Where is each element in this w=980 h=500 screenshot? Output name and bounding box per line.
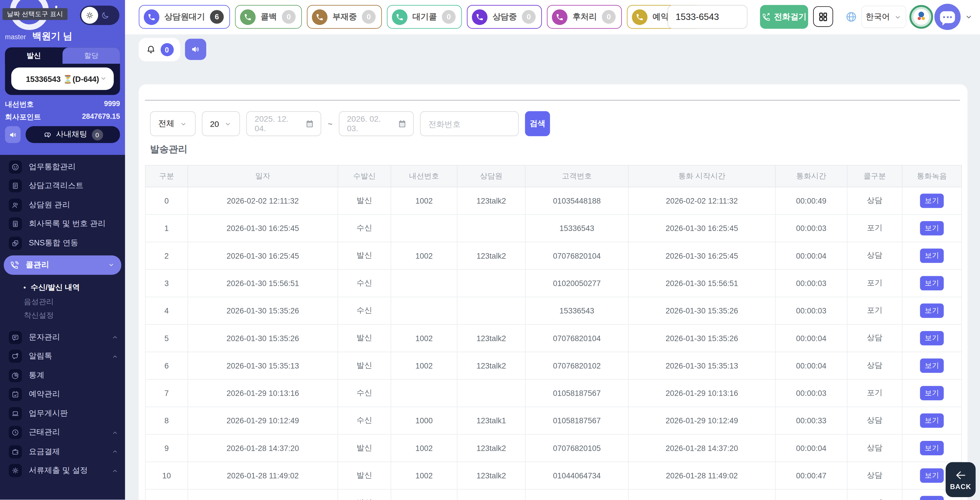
sidebar-speaker-button[interactable] <box>5 126 21 143</box>
view-recording-button[interactable]: 보기 <box>920 359 943 373</box>
column-header: 일자 <box>188 165 338 187</box>
moon-icon[interactable] <box>101 11 110 20</box>
sidebar-item-12[interactable]: 요금결제 <box>0 442 125 461</box>
account-chevron-icon[interactable] <box>964 13 973 21</box>
status-count-badge: 0 <box>362 10 376 24</box>
table-cell: 포기 <box>847 489 902 500</box>
tab-outbound[interactable]: 발신 <box>5 48 62 64</box>
view-recording-button[interactable]: 보기 <box>920 194 943 208</box>
chat-person-icon <box>9 350 22 363</box>
sidebar-item-label: 회사목록 및 번호 관리 <box>29 219 119 230</box>
view-recording-button[interactable]: 보기 <box>920 249 943 263</box>
table-cell: 1002 <box>391 242 457 269</box>
table-cell: 1000 <box>391 407 457 434</box>
table-cell <box>391 270 457 297</box>
table-cell: 00:00:03 <box>775 297 847 324</box>
sidebar-item-0[interactable]: 업무통합관리 <box>0 157 125 176</box>
divider <box>145 100 960 101</box>
sidebar-item-1[interactable]: 상담고객리스트 <box>0 176 125 195</box>
table-cell: 발신 <box>338 352 391 379</box>
line-select[interactable]: 15336543 ⏳(D-644) <box>11 67 114 90</box>
view-recording-button[interactable]: 보기 <box>920 276 943 290</box>
sidebar-item-9[interactable]: 예약관리 <box>0 385 125 404</box>
date-to-input[interactable]: 2026. 02. 03. <box>339 111 414 137</box>
sun-icon[interactable] <box>81 7 98 24</box>
view-recording-button[interactable]: 보기 <box>920 468 943 483</box>
phone-icon <box>144 9 159 24</box>
table-cell: 2026-01-30 16:25:45 <box>188 214 338 242</box>
user-avatar[interactable] <box>934 4 961 30</box>
notification-button[interactable]: 0 <box>139 38 180 61</box>
company-chat-button[interactable]: 사내채팅 0 <box>26 126 120 143</box>
column-header: 내선번호 <box>391 165 457 187</box>
sidebar-item-10[interactable]: 업무게시판 <box>0 404 125 423</box>
table-cell: 01020050277 <box>525 270 628 297</box>
table-cell: 발신 <box>338 434 391 462</box>
type-select[interactable]: 전체 <box>150 111 196 137</box>
phone-icon <box>240 9 256 24</box>
table-row: 82026-01-29 10:12:49수신1000123talk1010581… <box>145 407 962 434</box>
status-button-5[interactable]: 후처리0 <box>547 5 622 29</box>
sidebar-item-label: 서류제출 및 설정 <box>29 465 105 476</box>
gear-icon <box>9 464 22 477</box>
sidebar-item-5-active[interactable]: 콜관리 <box>4 255 121 275</box>
table-cell <box>457 379 525 407</box>
table-cell: 11 <box>145 489 188 500</box>
sidebar-subitem-0[interactable]: 수신/발신 내역 <box>0 281 125 295</box>
table-cell: 2026-01-30 16:25:45 <box>628 214 775 242</box>
back-button[interactable]: BACK <box>946 462 976 497</box>
sidebar-item-label: 콜관리 <box>26 260 101 270</box>
view-recording-button[interactable]: 보기 <box>920 386 943 400</box>
table-cell: 2026-01-28 11:49:02 <box>628 462 775 489</box>
sidebar-item-11[interactable]: 근태관리 <box>0 423 125 442</box>
table-cell: 보기 <box>902 434 961 462</box>
sidebar-item-13[interactable]: 서류제출 및 설정 <box>0 461 125 480</box>
calendar-icon[interactable] <box>305 119 315 128</box>
view-recording-button[interactable]: 보기 <box>920 221 943 236</box>
table-cell: 1002 <box>391 434 457 462</box>
doc-arrow-icon <box>9 217 22 230</box>
status-button-2[interactable]: 부재중0 <box>307 5 382 29</box>
sidebar-item-8[interactable]: 통계 <box>0 366 125 385</box>
sidebar-item-2[interactable]: 상담원 관리 <box>0 195 125 214</box>
language-select[interactable]: 한국어 <box>861 5 906 28</box>
page-size-select[interactable]: 20 <box>202 111 240 137</box>
chevron-up-icon <box>111 467 119 475</box>
table-cell: 15336543 <box>525 297 628 324</box>
view-recording-button[interactable]: 보기 <box>920 413 943 428</box>
status-button-0[interactable]: 상담원대기6 <box>139 5 230 29</box>
table-cell: 8 <box>145 407 188 434</box>
sidebar-item-6[interactable]: 문자관리 <box>0 328 125 347</box>
table-cell: 00:00:03 <box>775 270 847 297</box>
status-button-1[interactable]: 콜백0 <box>235 5 302 29</box>
status-button-4[interactable]: 상담중0 <box>467 5 542 29</box>
view-recording-button[interactable]: 보기 <box>920 496 943 500</box>
dial-number-input[interactable] <box>668 5 748 29</box>
table-cell: 2026-01-30 15:56:51 <box>188 270 338 297</box>
view-recording-button[interactable]: 보기 <box>920 331 943 346</box>
chevron-up-icon <box>111 448 119 455</box>
sidebar-subitem-2[interactable]: 착신설정 <box>0 309 125 323</box>
tab-assign[interactable]: 할당 <box>63 48 120 64</box>
status-button-3[interactable]: 대기콜0 <box>387 5 462 29</box>
apps-grid-button[interactable] <box>813 6 833 27</box>
table-cell: 발신 <box>338 462 391 489</box>
date-from-input[interactable]: 2025. 12. 04. <box>247 111 321 137</box>
phone-search-input[interactable] <box>420 111 519 137</box>
table-cell: 2026-01-29 10:13:16 <box>188 379 338 407</box>
table-cell: 07076820104 <box>525 324 628 352</box>
announce-speaker-button[interactable] <box>185 39 206 60</box>
view-recording-button[interactable]: 보기 <box>920 441 943 455</box>
theme-toggle[interactable] <box>80 5 119 25</box>
table-cell: 2026-01-29 10:13:16 <box>628 379 775 407</box>
view-recording-button[interactable]: 보기 <box>920 304 943 318</box>
calendar-icon[interactable] <box>398 119 407 128</box>
sidebar-item-3[interactable]: 회사목록 및 번호 관리 <box>0 214 125 233</box>
call-button[interactable]: 전화걸기 <box>760 5 808 29</box>
table-cell: 2026-01-30 16:25:45 <box>188 242 338 269</box>
sidebar-subitem-label: 착신설정 <box>24 311 54 321</box>
search-button[interactable]: 검색 <box>525 111 550 137</box>
sidebar-item-7[interactable]: 알림톡 <box>0 347 125 366</box>
sidebar-item-4[interactable]: SNS통합 연동 <box>0 233 125 252</box>
sidebar-subitem-1[interactable]: 음성관리 <box>0 295 125 309</box>
